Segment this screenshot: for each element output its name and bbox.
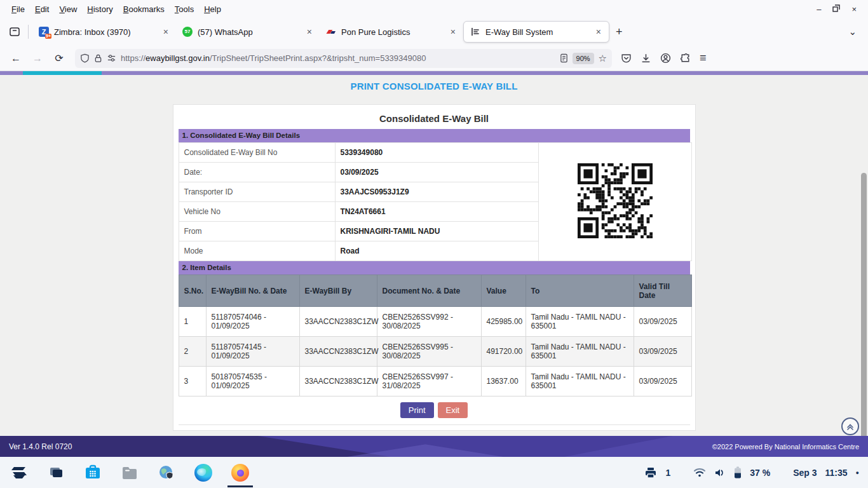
restore-button[interactable] [832,4,840,14]
account-icon[interactable] [660,53,671,64]
field-value: TN24AT6661 [335,202,538,222]
firefox-browser-button[interactable] [230,463,250,483]
downloads-icon[interactable] [641,53,651,64]
reader-view-icon[interactable] [560,53,568,63]
list-all-tabs-chevron-icon[interactable]: ⌄ [848,26,863,37]
zoom-level-badge[interactable]: 90% [573,53,594,64]
back-button[interactable]: ← [6,49,25,68]
qr-code [538,143,691,261]
firefox-view-button[interactable] [5,22,24,41]
section-1-header: 1. Consolidated E-Way Bill Details [179,129,690,142]
zorin-menu-button[interactable] [9,463,29,483]
tab-title: Zimbra: Inbox (3970) [54,27,157,37]
bill-details-table: Consolidated E-Way Bill No 5339349080 Da… [179,142,692,261]
exit-button[interactable]: Exit [438,402,468,418]
column-header: Valid Till Date [634,275,691,307]
print-button[interactable]: Print [400,402,434,418]
column-header: S.No. [179,275,206,307]
url-text[interactable]: https://ewaybillgst.gov.in/TripSheet/Tri… [121,53,555,63]
cell-ewaybill-no: 511870574145 - 01/09/2025 [206,337,299,367]
edge-browser-button[interactable] [193,463,214,483]
cell-ewaybill-no: 501870574535 - 01/09/2025 [206,367,299,396]
cell-sno: 1 [179,307,206,337]
cell-document: CBEN2526SSV997 - 31/08/2025 [377,367,481,396]
extensions-puzzle-icon[interactable] [680,53,691,64]
wifi-icon[interactable] [693,468,706,478]
tab-title: (57) WhatsApp [198,27,301,37]
firefox-icon [231,464,249,482]
printer-icon[interactable] [644,467,657,478]
tab-zimbra[interactable]: Z9+ Zimbra: Inbox (3970) × [32,21,176,43]
tab-close-icon[interactable]: × [595,27,602,37]
tab-ponpure[interactable]: Pon Pure Logistics × [320,21,463,43]
app-menu-icon[interactable]: ≡ [700,51,707,65]
double-chevron-up-icon [846,422,855,431]
tab-close-icon[interactable]: × [449,27,457,37]
notification-dot-icon[interactable]: ● [856,470,859,476]
site-header-strip [0,71,868,75]
cell-document: CBEN2526SSV992 - 30/08/2025 [377,307,481,337]
folder-icon [121,464,139,482]
cell-sno: 3 [179,367,206,396]
table-row: Consolidated E-Way Bill No 5339349080 [179,143,691,163]
tab-eway-bill-active[interactable]: E-Way Bill System × [463,21,609,43]
menu-edit[interactable]: Edit [30,3,54,16]
tracking-shield-icon[interactable] [80,53,90,63]
field-value: 5339349080 [335,143,538,163]
zimbra-favicon-icon: Z9+ [39,27,49,37]
permissions-icon[interactable] [107,53,116,63]
tab-divider [28,25,29,39]
field-label: Mode [179,241,335,261]
forward-button[interactable]: → [28,49,47,68]
clock-time[interactable]: 11:35 [825,468,848,478]
eway-favicon-icon [470,27,480,37]
menu-bookmarks[interactable]: Bookmarks [118,3,170,16]
site-header-teal-accent [23,71,102,75]
copyright-text: ©2022 Powered By National Informatics Ce… [712,443,859,451]
field-label: Consolidated E-Way Bill No [179,143,335,163]
minimize-button[interactable]: – [817,4,821,14]
battery-icon[interactable] [734,466,742,478]
new-tab-button[interactable]: + [609,24,629,40]
table-row: 2 511870574145 - 01/09/2025 33AACCN2383C… [179,337,691,367]
pocket-icon[interactable] [621,53,632,64]
secure-browser-button[interactable] [156,463,177,483]
bookmark-star-icon[interactable]: ☆ [599,53,607,64]
cell-to: Tamil Nadu - TAMIL NADU - 635001 [526,307,634,337]
card-title: Consolidated E-Way Bill [179,110,690,129]
menu-file[interactable]: File [6,3,30,16]
cell-to: Tamil Nadu - TAMIL NADU - 635001 [526,337,634,367]
page-title: PRINT CONSOLIDATED E-WAY BILL [0,81,868,92]
menu-help[interactable]: Help [199,3,226,16]
cell-value: 13637.00 [481,367,526,396]
window-switcher-button[interactable] [46,463,66,483]
edge-icon [194,464,212,482]
table-header-row: S.No. E-WayBill No. & Date E-WayBill By … [179,275,691,307]
software-store-icon [84,464,102,482]
clock-date[interactable]: Sep 3 [793,468,817,478]
tab-close-icon[interactable]: × [306,27,313,37]
url-bar[interactable]: https://ewaybillgst.gov.in/TripSheet/Tri… [75,49,612,68]
windows-icon [48,464,64,481]
lock-icon[interactable] [94,53,102,63]
menu-history[interactable]: History [82,3,118,16]
scroll-to-top-button[interactable] [841,417,859,435]
menu-view[interactable]: View [54,3,82,16]
reload-button[interactable]: ⟳ [50,49,69,68]
field-label: Transporter ID [179,182,335,202]
volume-icon[interactable] [714,468,726,478]
menu-tools[interactable]: Tools [170,3,199,16]
field-label: Vehicle No [179,202,335,222]
table-row: 3 501870574535 - 01/09/2025 33AACCN2383C… [179,367,691,396]
close-window-button[interactable]: × [851,4,857,14]
tab-close-icon[interactable]: × [162,27,170,37]
battery-percent: 37 % [750,468,770,478]
column-header: Document No. & Date [377,275,481,307]
tab-whatsapp[interactable]: 57 (57) WhatsApp × [176,21,320,43]
field-value: KRISHNAGIRI-TAMIL NADU [335,222,538,241]
navigation-toolbar: ← → ⟳ https://ewaybillgst.gov.in/TripShe… [0,46,868,71]
file-manager-button[interactable] [119,463,140,483]
whatsapp-favicon-icon: 57 [182,27,193,37]
page-scrollbar-thumb[interactable] [861,173,867,452]
software-store-button[interactable] [83,463,103,483]
